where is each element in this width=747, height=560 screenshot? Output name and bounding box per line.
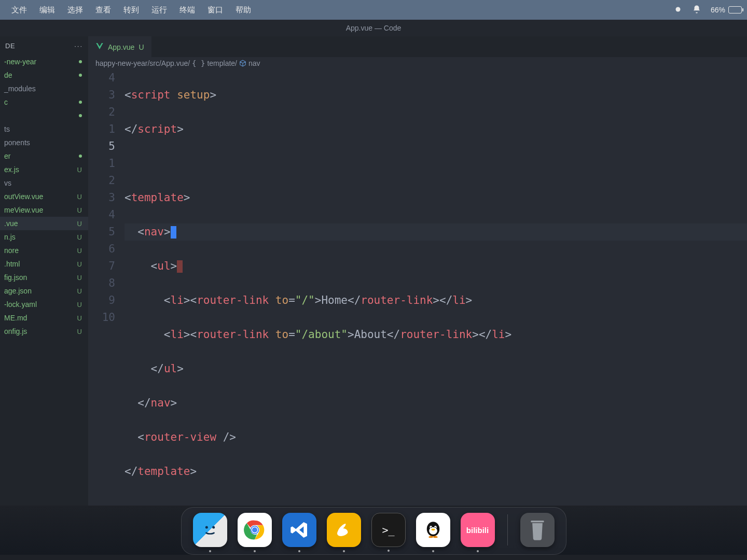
menu-view[interactable]: 查看 <box>89 3 117 17</box>
vue-icon <box>95 42 104 52</box>
bilibili-label: bilibili <box>466 526 489 535</box>
more-icon[interactable]: ··· <box>74 42 83 50</box>
file-name: ponents <box>4 138 30 147</box>
file-tree-item[interactable]: -lock.yamlU <box>0 298 88 311</box>
terminal-glyph: >_ <box>382 524 394 536</box>
git-status-badge: U <box>77 287 82 295</box>
svg-point-13 <box>431 528 435 530</box>
explorer-sidebar[interactable]: DE ··· -new-yearde_modulesctsponentserex… <box>0 36 88 506</box>
git-status-badge: U <box>77 314 82 322</box>
file-tree-item[interactable]: c <box>0 95 88 109</box>
menu-window[interactable]: 窗口 <box>201 3 229 17</box>
dock-qq[interactable] <box>416 513 450 547</box>
menu-go[interactable]: 转到 <box>117 3 145 17</box>
line-number: 4 <box>88 206 115 223</box>
file-tree-item[interactable]: ts <box>0 122 88 136</box>
menu-file[interactable]: 文件 <box>5 3 33 17</box>
file-tree-item[interactable] <box>0 109 88 122</box>
battery-status[interactable]: 66% <box>711 6 742 14</box>
lint-marker <box>177 260 183 273</box>
line-number: 7 <box>88 258 115 275</box>
breadcrumb[interactable]: happy-new-year/src/App.vue/ { } template… <box>88 57 747 69</box>
breadcrumb-nav: nav <box>248 59 260 67</box>
menu-edit[interactable]: 编辑 <box>33 3 61 17</box>
file-tree[interactable]: -new-yearde_modulesctsponentserex.jsUvso… <box>0 55 88 338</box>
file-tree-item[interactable]: outView.vueU <box>0 190 88 203</box>
file-tree-item[interactable]: .htmlU <box>0 257 88 271</box>
modified-dot-icon <box>79 155 82 158</box>
file-name: fig.json <box>4 273 27 282</box>
dock-app-yellow[interactable] <box>327 513 361 547</box>
file-tree-item[interactable]: -new-year <box>0 55 88 68</box>
menu-terminal[interactable]: 终端 <box>173 3 201 17</box>
menu-run[interactable]: 运行 <box>145 3 173 17</box>
git-status-badge: U <box>77 206 82 214</box>
git-status-badge: U <box>77 220 82 228</box>
file-name: ME.md <box>4 314 27 322</box>
code-content[interactable]: <script setup> </script> <template> <nav… <box>125 69 747 506</box>
line-number: 3 <box>88 189 115 206</box>
line-number: 6 <box>88 241 115 258</box>
file-tree-item[interactable]: meView.vueU <box>0 203 88 217</box>
dock-finder[interactable] <box>193 513 227 547</box>
file-tree-item[interactable]: .vueU <box>0 217 88 230</box>
file-tree-item[interactable]: age.jsonU <box>0 284 88 298</box>
modified-dot-icon <box>79 74 82 77</box>
breadcrumb-path: happy-new-year/src/App.vue/ <box>95 59 190 67</box>
file-tree-item[interactable]: ME.mdU <box>0 311 88 325</box>
file-name: n.js <box>4 233 16 241</box>
file-tree-item[interactable]: n.jsU <box>0 230 88 244</box>
svg-point-12 <box>434 527 435 528</box>
file-name: outView.vue <box>4 192 43 201</box>
git-status-badge: U <box>77 301 82 309</box>
dock-chrome[interactable] <box>238 513 272 547</box>
file-tree-item[interactable]: ex.jsU <box>0 163 88 176</box>
file-tree-item[interactable]: er <box>0 149 88 163</box>
file-tree-item[interactable]: onfig.jsU <box>0 325 88 338</box>
file-tree-item[interactable]: ponents <box>0 136 88 149</box>
code-editor[interactable]: 4321512345678910 <script setup> </script… <box>88 69 747 506</box>
record-icon[interactable] <box>673 5 683 16</box>
file-name: meView.vue <box>4 206 43 214</box>
file-name: -new-year <box>4 58 36 66</box>
line-number: 10 <box>88 309 115 326</box>
line-number: 5 <box>88 223 115 241</box>
file-tree-item[interactable]: vs <box>0 176 88 190</box>
braces-icon: { } <box>192 59 205 67</box>
tab-bar[interactable]: App.vue U <box>88 36 747 57</box>
file-name: -lock.yaml <box>4 300 37 309</box>
file-tree-item[interactable]: _modules <box>0 82 88 95</box>
git-status-badge: U <box>77 193 82 201</box>
file-tree-item[interactable]: fig.jsonU <box>0 271 88 284</box>
dock-area: >_ bilibili <box>0 506 747 555</box>
git-status-badge: U <box>77 166 82 174</box>
bell-icon[interactable] <box>692 5 701 16</box>
file-name: vs <box>4 179 11 187</box>
modified-dot-icon <box>79 114 82 117</box>
line-number: 2 <box>88 172 115 189</box>
breadcrumb-template: template/ <box>207 59 237 67</box>
line-number: 3 <box>88 87 115 104</box>
text-cursor <box>171 226 176 239</box>
file-name: nore <box>4 246 19 255</box>
menu-select[interactable]: 选择 <box>61 3 89 17</box>
dock-terminal[interactable]: >_ <box>371 513 406 547</box>
system-menubar: 文件 编辑 选择 查看 转到 运行 终端 窗口 帮助 66% <box>0 0 747 20</box>
file-tree-item[interactable]: noreU <box>0 244 88 257</box>
window-title: App.vue — Code <box>346 24 402 32</box>
dock-bilibili[interactable]: bilibili <box>461 513 495 547</box>
dock-trash[interactable] <box>520 513 555 547</box>
tab-app-vue[interactable]: App.vue U <box>88 36 151 57</box>
git-status-badge: U <box>77 260 82 268</box>
window-titlebar: App.vue — Code <box>0 20 747 36</box>
line-number: 5 <box>88 138 115 155</box>
file-name: de <box>4 71 12 79</box>
editor-pane: App.vue U happy-new-year/src/App.vue/ { … <box>88 36 747 506</box>
git-status-badge: U <box>77 328 82 335</box>
dock-vscode[interactable] <box>282 513 316 547</box>
file-tree-item[interactable]: de <box>0 68 88 82</box>
menu-help[interactable]: 帮助 <box>229 3 257 17</box>
file-name: .html <box>4 260 20 268</box>
svg-point-2 <box>212 526 215 529</box>
dock-separator <box>507 514 508 545</box>
